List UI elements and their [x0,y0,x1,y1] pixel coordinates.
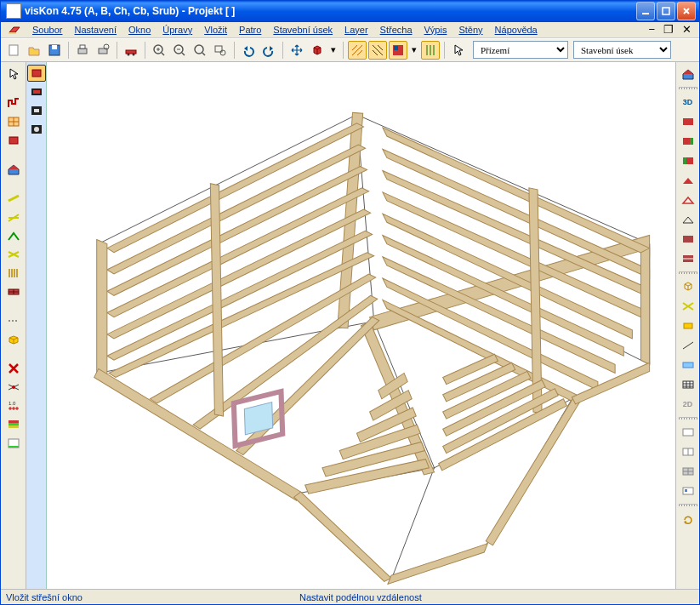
layout-4-button[interactable] [679,482,697,499]
mdi-close-button[interactable]: ✕ [680,23,694,36]
svg-rect-35 [33,90,40,94]
house-tool[interactable] [4,161,23,178]
roof-view-1[interactable] [679,172,697,189]
joint-tool[interactable] [4,379,23,396]
palette-item-3[interactable] [27,102,46,119]
view-red-3[interactable] [679,152,697,169]
menu-steny[interactable]: Stěny [452,23,488,37]
sheet-tool[interactable] [4,435,23,452]
menu-strecha[interactable]: Střecha [374,23,418,37]
window-grid-tool[interactable] [4,113,23,130]
palette-item-2[interactable] [27,83,46,100]
beam-tool-3[interactable] [4,227,23,244]
tool-table[interactable] [679,376,697,393]
cube-dropdown-button[interactable]: ▾ [328,41,339,60]
panel-view-1[interactable] [679,231,697,248]
svg-rect-37 [34,109,39,112]
tool-blue-1[interactable] [679,357,697,374]
profile-red-tool[interactable] [4,94,23,111]
svg-marker-20 [270,46,273,51]
svg-rect-52 [683,381,693,388]
svg-rect-51 [683,362,693,368]
pointer-tool[interactable] [449,41,468,60]
hatch-tool-1[interactable] [348,41,367,60]
tool-yellow-1[interactable] [679,298,697,315]
titlebar[interactable]: visKon 4.75 (A, B, Ch, Cb, Srub) - Proje… [1,1,699,22]
menu-napoveda[interactable]: Nápověda [489,23,543,37]
close-button[interactable] [677,2,696,20]
tool-yellow-2[interactable] [679,317,697,334]
menu-upravy[interactable]: Úpravy [157,23,198,37]
svg-rect-8 [80,45,85,49]
menu-okno[interactable]: Okno [122,23,157,37]
view-3d-button[interactable]: 3D [679,94,697,111]
cube-button[interactable] [308,41,327,60]
outline-view[interactable] [679,211,697,228]
zoom-out-button[interactable] [170,41,189,60]
menu-soubor[interactable]: Soubor [26,23,68,37]
save-button[interactable] [45,41,64,60]
floor-select[interactable]: Přízemí [473,41,568,59]
home-view-button[interactable] [679,66,697,83]
mdi-minimize-button[interactable]: − [646,23,657,36]
view-2d-button[interactable]: 2D [679,396,697,413]
roof-view-2[interactable] [679,191,697,208]
brick-tool[interactable] [4,283,23,300]
hatch-tool-3[interactable] [389,41,407,60]
panel-view-2[interactable] [679,250,697,267]
refresh-button[interactable] [679,511,697,528]
palette-item-4[interactable] [27,121,46,138]
section-select[interactable]: Stavební úsek [573,41,671,59]
hatch-dropdown-button[interactable]: ▾ [409,41,419,60]
redo-button[interactable] [259,41,278,60]
beam-tool-4[interactable] [4,246,23,263]
measure-tool[interactable]: 1.0 [4,397,23,414]
print-preview-button[interactable] [94,41,112,60]
layout-2-button[interactable] [679,443,697,460]
print-button[interactable] [73,41,92,60]
beam-tool-1[interactable] [4,190,23,207]
svg-rect-50 [684,323,692,328]
move-button[interactable] [287,41,306,60]
svg-rect-32 [9,446,19,448]
zoom-extent-button[interactable] [191,41,209,60]
hatch-tool-4[interactable] [421,41,440,60]
status-right: Nastavit podélnou vzdálenost [294,592,422,602]
dashed-line-tool[interactable] [4,312,23,329]
left-toolbox: 1.0 [1,62,26,590]
view-red-1[interactable] [679,113,697,130]
delete-x-tool[interactable] [4,360,23,377]
layout-3-button[interactable] [679,463,697,480]
menu-vypis[interactable]: Výpis [418,23,453,37]
layers-tool[interactable] [4,416,23,433]
zoom-in-button[interactable] [150,41,168,60]
minimize-button[interactable] [636,2,655,20]
main-toolbar: ▾ ▾ Přízemí Stavební úsek [1,38,699,62]
new-file-button[interactable] [4,41,23,60]
menu-patro[interactable]: Patro [233,23,267,37]
mdi-restore-button[interactable]: ❐ [661,23,676,36]
roof-window-tool[interactable] [4,132,23,149]
export-button[interactable] [122,41,140,60]
hatch-vert-tool[interactable] [4,265,23,282]
eraser-icon[interactable] [8,24,21,36]
viewport-canvas[interactable] [47,62,675,590]
palette-item-1[interactable] [27,65,46,82]
tool-line[interactable] [679,337,697,354]
select-tool[interactable] [4,66,23,83]
layout-1-button[interactable] [679,424,697,441]
menu-stavebni-usek[interactable]: Stavební úsek [267,23,339,37]
zoom-window-button[interactable] [211,41,230,60]
menu-vlozit[interactable]: Vložit [198,23,233,37]
maximize-button[interactable] [657,2,675,20]
svg-point-13 [133,53,135,55]
box-yellow-tool[interactable] [4,331,23,348]
open-file-button[interactable] [25,41,43,60]
undo-button[interactable] [239,41,258,60]
beam-tool-2[interactable] [4,208,23,225]
hatch-tool-2[interactable] [368,41,387,60]
menu-nastaveni[interactable]: Nastavení [68,23,122,37]
iso-view-button[interactable] [679,278,697,295]
menu-layer[interactable]: Layer [339,23,374,37]
view-red-2[interactable] [679,133,697,150]
